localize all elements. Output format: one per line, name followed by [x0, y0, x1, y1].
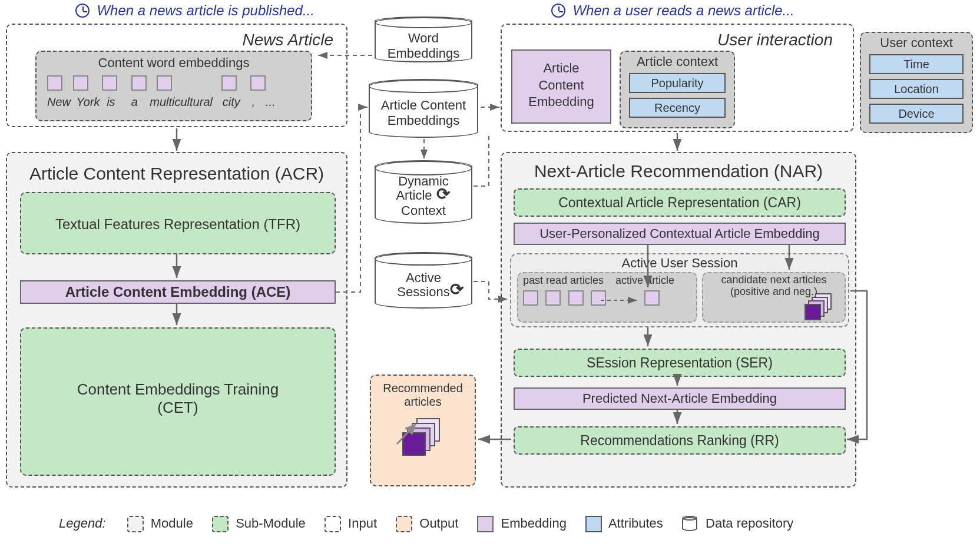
- acr-title: Article Content Representation (ACR): [7, 164, 346, 184]
- legend-repo-swatch: [682, 516, 698, 532]
- news-article-input: News Article Content word embeddings New…: [6, 24, 347, 127]
- cet-submodule: Content Embeddings Training (CET): [20, 327, 336, 476]
- token-words: New York is a multicultural city , ...: [47, 95, 311, 109]
- nar-module: Next-Article Recommendation (NAR) Contex…: [501, 152, 856, 488]
- user-context-box: User context Time Location Device: [860, 32, 973, 133]
- legend-input-swatch: [325, 516, 341, 532]
- refresh-icon: ⟳: [436, 188, 451, 204]
- content-word-embeddings-box: Content word embeddings New York is a mu…: [35, 51, 312, 121]
- location-attribute: Location: [869, 79, 964, 99]
- refresh-icon: ⟳: [449, 284, 464, 299]
- acr-module: Article Content Representation (ACR) Tex…: [6, 152, 347, 488]
- recency-attribute: Recency: [629, 98, 726, 118]
- ace-purple-box: Article Content Embedding: [511, 49, 611, 124]
- dynamic-article-context-repo: Dynamic Article ⟳ Context: [375, 160, 472, 224]
- pnae-embedding: Predicted Next-Article Embedding: [514, 387, 846, 410]
- ace-embedding: Article Content Embedding (ACE): [20, 280, 336, 304]
- device-attribute: Device: [869, 104, 964, 124]
- candidate-stack: [804, 297, 834, 322]
- svg-line-0: [397, 424, 416, 444]
- cwe-title: Content word embeddings: [37, 55, 311, 71]
- word-embeddings-repo: Word Embeddings: [375, 16, 472, 62]
- legend: Legend: Module Sub-Module Input Output E…: [59, 516, 793, 532]
- upcae-embedding: User-Personalized Contextual Article Emb…: [514, 223, 846, 245]
- session-tokens: [523, 290, 696, 308]
- trigger-read: When a user reads a news article...: [551, 2, 794, 19]
- recommended-articles-output: Recommended articles: [370, 375, 476, 486]
- time-attribute: Time: [869, 54, 964, 74]
- legend-attributes-swatch: [585, 516, 602, 532]
- clock-icon: [75, 4, 90, 18]
- active-user-session: Active User Session past read articles a…: [510, 253, 849, 327]
- arrow-icon: [393, 418, 423, 448]
- trigger-publish-text: When a news article is published...: [97, 2, 314, 18]
- session-articles-box: past read articles active article: [517, 272, 697, 323]
- legend-embedding-swatch: [477, 516, 494, 532]
- legend-output-swatch: [396, 516, 412, 532]
- cet-line2: (CET): [21, 399, 335, 417]
- token-row: [47, 75, 311, 93]
- user-interaction-title: User interaction: [717, 31, 833, 49]
- candidate-articles-box: candidate next articles (positive and ne…: [702, 272, 846, 323]
- news-article-title: News Article: [242, 31, 333, 49]
- car-submodule: Contextual Article Representation (CAR): [514, 188, 846, 217]
- popularity-attribute: Popularity: [629, 73, 726, 93]
- active-sessions-repo: Active ⟳ Sessions: [375, 252, 472, 309]
- cet-line1: Content Embeddings Training: [21, 380, 335, 399]
- trigger-read-text: When a user reads a news article...: [572, 2, 794, 18]
- nar-title: Next-Article Recommendation (NAR): [502, 161, 855, 181]
- user-interaction-input: User interaction Article Content Embeddi…: [501, 24, 854, 132]
- rr-submodule: Recommendations Ranking (RR): [514, 426, 846, 455]
- legend-title: Legend:: [59, 516, 106, 531]
- clock-icon: [551, 4, 565, 18]
- trigger-publish: When a news article is published...: [75, 2, 314, 19]
- legend-submodule-swatch: [212, 516, 229, 532]
- article-context-box: Article context Popularity Recency: [620, 51, 735, 128]
- legend-module-swatch: [127, 516, 144, 532]
- ser-submodule: SEssion Representation (SER): [514, 349, 846, 377]
- tfr-submodule: Textual Features Representation (TFR): [20, 192, 336, 254]
- ace-repo: Article Content Embeddings: [369, 79, 478, 138]
